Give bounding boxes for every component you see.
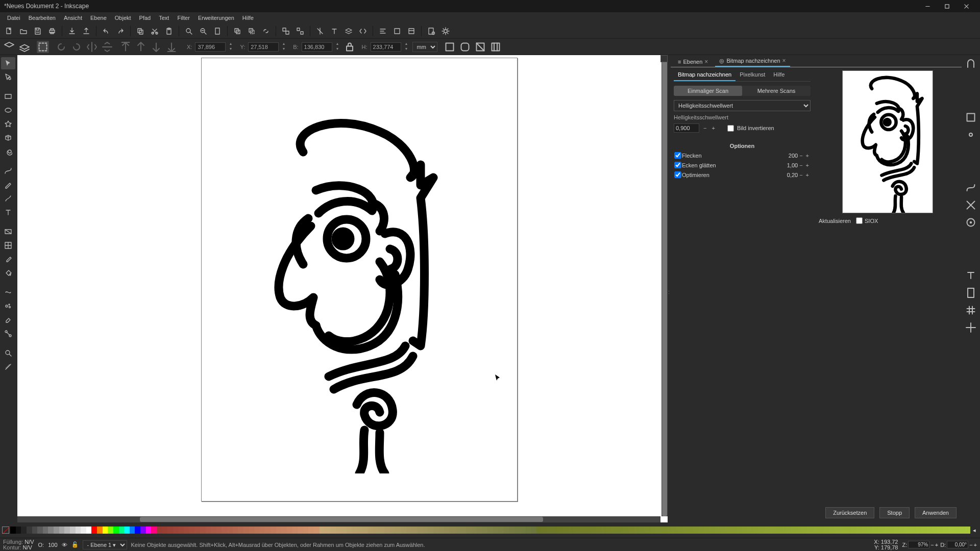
select-current-layer-button[interactable] bbox=[18, 41, 31, 53]
optimize-incr[interactable]: + bbox=[804, 172, 811, 178]
snap-grid[interactable] bbox=[965, 304, 977, 316]
zoom-incr[interactable]: + bbox=[935, 542, 938, 548]
snap-center[interactable] bbox=[965, 216, 977, 229]
cut-button[interactable] bbox=[149, 25, 161, 37]
fill-stroke-button[interactable] bbox=[314, 25, 326, 37]
star-tool[interactable] bbox=[1, 118, 15, 130]
snap-text[interactable] bbox=[965, 269, 977, 282]
move-gradients-button[interactable] bbox=[474, 41, 486, 53]
move-patterns-button[interactable] bbox=[489, 41, 502, 53]
x-input[interactable] bbox=[195, 42, 226, 52]
apply-button[interactable]: Anwenden bbox=[915, 507, 957, 518]
lock-ratio-button[interactable] bbox=[344, 41, 356, 53]
snap-intersect[interactable] bbox=[965, 199, 977, 211]
select-all-layers-button[interactable] bbox=[3, 41, 15, 53]
panel-splitter[interactable] bbox=[668, 55, 671, 522]
paste-button[interactable] bbox=[163, 25, 175, 37]
lower-bottom-button[interactable] bbox=[165, 41, 178, 53]
new-document-button[interactable] bbox=[3, 25, 15, 37]
invert-checkbox[interactable] bbox=[727, 125, 734, 132]
threshold-decr[interactable]: − bbox=[702, 125, 707, 131]
reset-button[interactable]: Zurücksetzen bbox=[825, 507, 874, 518]
bezier-tool[interactable] bbox=[1, 165, 15, 177]
transform-dialog-button[interactable] bbox=[391, 25, 403, 37]
text-tool[interactable] bbox=[1, 206, 15, 218]
save-document-button[interactable] bbox=[32, 25, 44, 37]
redo-button[interactable] bbox=[114, 25, 127, 37]
zoom-selection-button[interactable] bbox=[183, 25, 195, 37]
tab-trace-bitmap[interactable]: ◎ Bitmap nachzeichnen × bbox=[715, 56, 790, 67]
copy-button[interactable] bbox=[134, 25, 146, 37]
import-button[interactable] bbox=[66, 25, 78, 37]
y-incr[interactable]: ▴ bbox=[281, 42, 287, 47]
corners-decr[interactable]: − bbox=[798, 162, 804, 168]
optimize-decr[interactable]: − bbox=[798, 172, 804, 178]
snap-nodes[interactable] bbox=[965, 129, 977, 141]
close-layers-tab[interactable]: × bbox=[704, 58, 708, 65]
rotate-90-ccw-button[interactable] bbox=[55, 41, 67, 53]
opacity-value[interactable]: 100 bbox=[48, 542, 57, 548]
calligraphy-tool[interactable] bbox=[1, 192, 15, 205]
lower-button[interactable] bbox=[150, 41, 162, 53]
selectors-dialog-button[interactable] bbox=[405, 25, 418, 37]
paint-bucket-tool[interactable] bbox=[1, 267, 15, 279]
window-minimize-button[interactable] bbox=[918, 0, 937, 12]
zoom-decr[interactable]: − bbox=[930, 542, 934, 548]
pencil-tool[interactable] bbox=[1, 179, 15, 191]
raise-button[interactable] bbox=[135, 41, 147, 53]
x-decr[interactable]: ▾ bbox=[228, 47, 234, 52]
rotate-90-cw-button[interactable] bbox=[70, 41, 83, 53]
undo-button[interactable] bbox=[100, 25, 112, 37]
speckles-incr[interactable]: + bbox=[804, 153, 811, 159]
rectangle-tool[interactable] bbox=[1, 90, 15, 103]
spray-tool[interactable] bbox=[1, 300, 15, 312]
snap-paths[interactable] bbox=[965, 182, 977, 194]
duplicate-button[interactable] bbox=[231, 25, 243, 37]
corners-checkbox[interactable] bbox=[674, 162, 682, 168]
w-input[interactable] bbox=[302, 42, 332, 52]
corners-incr[interactable]: + bbox=[804, 162, 811, 168]
stop-button[interactable]: Stopp bbox=[879, 507, 910, 518]
window-maximize-button[interactable] bbox=[937, 0, 957, 12]
document-properties-button[interactable] bbox=[425, 25, 437, 37]
selector-tool[interactable] bbox=[1, 57, 15, 69]
flip-horizontal-button[interactable] bbox=[86, 41, 98, 53]
mesh-tool[interactable] bbox=[1, 239, 15, 252]
horizontal-scrollbar[interactable] bbox=[17, 516, 660, 522]
ruler-toggle[interactable] bbox=[660, 55, 668, 62]
h-input[interactable] bbox=[371, 42, 401, 52]
layer-select[interactable]: - Ebene 1 ▾ bbox=[83, 540, 127, 549]
palette-menu[interactable]: ◂ bbox=[971, 527, 978, 534]
no-fill-swatch[interactable] bbox=[2, 527, 9, 534]
unlink-clone-button[interactable] bbox=[260, 25, 272, 37]
color-swatches[interactable] bbox=[10, 527, 971, 534]
trace-method-select[interactable]: Helligkeitsschwellwert bbox=[674, 100, 811, 111]
subtab-trace[interactable]: Bitmap nachzeichnen bbox=[674, 69, 736, 81]
menu-view[interactable]: Ansicht bbox=[60, 14, 86, 22]
optimize-checkbox[interactable] bbox=[674, 171, 682, 178]
menu-extensions[interactable]: Erweiterungen bbox=[194, 14, 238, 22]
snap-page[interactable] bbox=[965, 287, 977, 299]
zoom-drawing-button[interactable] bbox=[197, 25, 209, 37]
flip-vertical-button[interactable] bbox=[101, 41, 113, 53]
canvas[interactable] bbox=[17, 55, 668, 522]
vertical-scrollbar[interactable] bbox=[662, 55, 668, 516]
layer-lock-icon[interactable]: 🔓 bbox=[71, 541, 79, 548]
unit-select[interactable]: mm bbox=[412, 42, 437, 52]
menu-filter[interactable]: Filter bbox=[173, 14, 193, 22]
update-button[interactable]: Aktualisieren bbox=[819, 218, 851, 224]
rot-decr[interactable]: − bbox=[969, 542, 972, 548]
w-incr[interactable]: ▴ bbox=[334, 42, 340, 47]
speckles-decr[interactable]: − bbox=[798, 153, 804, 159]
open-document-button[interactable] bbox=[17, 25, 30, 37]
raise-top-button[interactable] bbox=[119, 41, 132, 53]
h-incr[interactable]: ▴ bbox=[403, 42, 409, 47]
y-input[interactable] bbox=[248, 42, 279, 52]
layer-visible-icon[interactable]: 👁 bbox=[62, 542, 67, 548]
print-button[interactable] bbox=[46, 25, 58, 37]
menu-object[interactable]: Objekt bbox=[111, 14, 135, 22]
dropper-tool[interactable] bbox=[1, 253, 15, 265]
menu-file[interactable]: Datei bbox=[3, 14, 24, 22]
layers-dialog-button[interactable] bbox=[342, 25, 355, 37]
menu-help[interactable]: Hilfe bbox=[238, 14, 258, 22]
